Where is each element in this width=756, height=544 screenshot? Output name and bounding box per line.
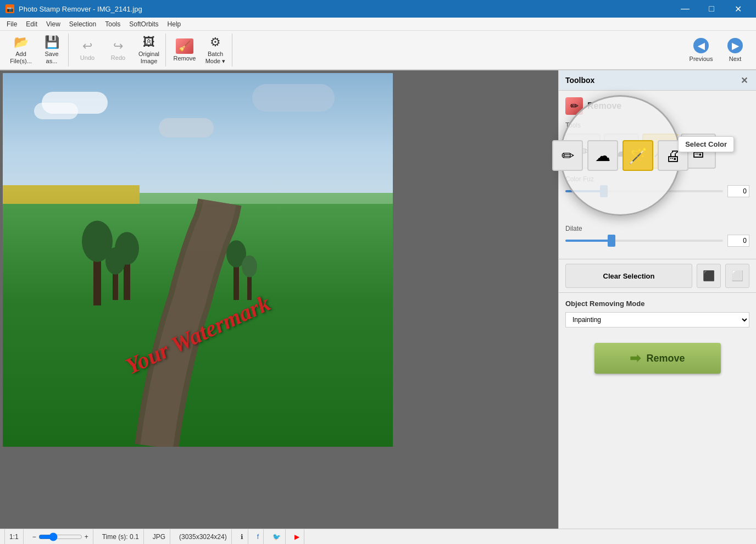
batch-mode-button[interactable]: ⚙ BatchMode ▾ bbox=[201, 35, 230, 65]
share-youtube-button[interactable]: ▶ bbox=[290, 529, 304, 544]
redo-button[interactable]: ↪ Redo bbox=[104, 35, 132, 65]
original-image-button[interactable]: 🖼 OriginalImage bbox=[135, 35, 163, 65]
next-label: Next bbox=[729, 55, 742, 62]
close-button[interactable]: ✕ bbox=[725, 0, 751, 18]
remove-action-area: ➡ Remove bbox=[559, 334, 756, 382]
batch-mode-icon: ⚙ bbox=[210, 35, 221, 49]
object-mode-section: Object Removing Mode Inpainting Clone St… bbox=[559, 293, 756, 334]
toolbox-panel: Toolbox ✕ ✏ Remove Tools ✏ ☁ 🪄 bbox=[558, 70, 756, 529]
clear-selection-button[interactable]: Clear Selection bbox=[565, 264, 692, 288]
add-files-icon: 📂 bbox=[14, 35, 29, 49]
magic-wand-tool-button[interactable]: 🪄 bbox=[642, 134, 677, 169]
original-image-icon: 🖼 bbox=[143, 35, 155, 49]
remove-section-title: Remove bbox=[587, 101, 621, 111]
color-fuz-row: 0 bbox=[565, 185, 749, 197]
share-facebook-button[interactable]: f bbox=[253, 529, 264, 544]
toolbar-files-group: 📂 AddFile(s)... 💾 Saveas... bbox=[4, 34, 69, 66]
next-arrow-icon: ▶ bbox=[727, 38, 743, 53]
menu-softorbits[interactable]: SoftOrbits bbox=[125, 19, 163, 29]
menu-edit[interactable]: Edit bbox=[21, 19, 42, 29]
zoom-out-icon[interactable]: − bbox=[32, 533, 36, 541]
original-image-label: OriginalImage bbox=[138, 51, 159, 65]
add-files-label: AddFile(s)... bbox=[10, 51, 32, 65]
format-value: JPG bbox=[153, 533, 165, 541]
remove-section: ✏ Remove Tools ✏ ☁ 🪄 🖨 bbox=[559, 91, 756, 259]
clear-selection-label: Clear Selection bbox=[603, 272, 655, 280]
main-area: Your Watermark Toolbox ✕ ✏ Remove Tools … bbox=[0, 70, 756, 529]
image-area[interactable]: Your Watermark bbox=[0, 70, 558, 529]
menu-file[interactable]: File bbox=[2, 19, 21, 29]
brush-tool-button[interactable]: ☁ bbox=[604, 134, 639, 169]
select-color-text: Select Color bbox=[685, 140, 727, 148]
color-fuz-section: Color Fuz 0 bbox=[565, 175, 749, 197]
format-status: JPG bbox=[148, 529, 170, 544]
color-fuz-fill bbox=[565, 190, 605, 192]
maximize-button[interactable]: □ bbox=[699, 0, 724, 18]
redo-label: Redo bbox=[111, 54, 125, 61]
select-all-button[interactable]: ⬛ bbox=[697, 264, 721, 288]
remove-button[interactable]: 🧹 Remove bbox=[170, 35, 199, 65]
remove-action-icon: ➡ bbox=[630, 351, 641, 366]
tools-label: Tools bbox=[565, 121, 749, 129]
remove-header: ✏ Remove bbox=[565, 97, 749, 115]
remove-section-icon: ✏ bbox=[565, 97, 583, 115]
menu-tools[interactable]: Tools bbox=[101, 19, 125, 29]
undo-icon: ↩ bbox=[82, 39, 92, 53]
status-bar: 1:1 − + Time (s): 0.1 JPG (3035x3024x24)… bbox=[0, 529, 756, 544]
toolbox-close-button[interactable]: ✕ bbox=[738, 75, 749, 86]
save-as-label: Saveas... bbox=[45, 51, 58, 65]
share-twitter-button[interactable]: 🐦 bbox=[268, 529, 286, 544]
remove-icon: 🧹 bbox=[176, 38, 193, 54]
minimize-button[interactable]: — bbox=[672, 0, 698, 18]
svg-rect-6 bbox=[234, 262, 239, 300]
dilate-thumb[interactable] bbox=[608, 235, 615, 247]
dilate-value[interactable]: 0 bbox=[727, 235, 749, 247]
toolbox-title: Toolbox bbox=[565, 76, 594, 85]
title-bar: 📷 Photo Stamp Remover - IMG_2141.jpg — □… bbox=[0, 0, 756, 18]
zoom-slider[interactable] bbox=[38, 532, 82, 541]
pencil-tool-button[interactable]: ✏ bbox=[565, 134, 601, 169]
toolbar-remove-group: 🧹 Remove ⚙ BatchMode ▾ bbox=[168, 34, 232, 66]
time-label: Time (s): bbox=[102, 533, 128, 541]
object-removing-mode-dropdown[interactable]: Inpainting Clone Stamp Content Aware bbox=[565, 312, 749, 327]
remove-action-button[interactable]: ➡ Remove bbox=[594, 343, 721, 374]
nav-area: ◀ Previous ▶ Next bbox=[685, 34, 752, 66]
color-fuz-label: Color Fuz bbox=[565, 175, 749, 183]
dimensions-value: (3035x3024x24) bbox=[179, 533, 227, 541]
zoom-value: 1:1 bbox=[9, 533, 19, 541]
dimensions-status: (3035x3024x24) bbox=[175, 529, 232, 544]
time-value: 0.1 bbox=[130, 533, 139, 541]
remove-label: Remove bbox=[174, 55, 196, 62]
clear-section: Clear Selection ⬛ ⬜ bbox=[559, 259, 756, 293]
info-button[interactable]: ℹ bbox=[236, 529, 248, 544]
color-fuz-thumb[interactable] bbox=[600, 185, 608, 197]
dilate-label: Dilate bbox=[565, 225, 749, 232]
previous-button[interactable]: ◀ Previous bbox=[685, 34, 718, 66]
color-fuz-value[interactable]: 0 bbox=[727, 185, 749, 197]
menu-selection[interactable]: Selection bbox=[65, 19, 101, 29]
deselect-button[interactable]: ⬜ bbox=[725, 264, 749, 288]
dilate-section: Dilate 0 bbox=[565, 225, 749, 247]
menu-bar: File Edit View Selection Tools SoftOrbit… bbox=[0, 18, 756, 31]
toolbox-header: Toolbox ✕ bbox=[559, 70, 756, 91]
next-button[interactable]: ▶ Next bbox=[719, 34, 752, 66]
redo-icon: ↪ bbox=[113, 39, 123, 53]
object-removing-mode-label: Object Removing Mode bbox=[565, 299, 749, 308]
zoom-in-icon[interactable]: + bbox=[85, 533, 88, 541]
remove-action-label: Remove bbox=[646, 353, 685, 364]
undo-button[interactable]: ↩ Undo bbox=[73, 35, 102, 65]
previous-arrow-icon: ◀ bbox=[693, 38, 709, 53]
batch-mode-label: BatchMode ▾ bbox=[205, 51, 226, 65]
save-as-button[interactable]: 💾 Saveas... bbox=[37, 35, 66, 65]
title-bar-controls: — □ ✕ bbox=[672, 0, 751, 18]
menu-view[interactable]: View bbox=[42, 19, 65, 29]
toolbar: 📂 AddFile(s)... 💾 Saveas... ↩ Undo ↪ Red… bbox=[0, 31, 756, 70]
dilate-track bbox=[565, 240, 723, 242]
select-color-tooltip: Select Color bbox=[678, 136, 734, 152]
zoom-status: 1:1 bbox=[4, 529, 24, 544]
color-fuz-label-text: Color Fuz bbox=[565, 175, 594, 183]
image-canvas: Your Watermark bbox=[3, 73, 393, 447]
dilate-fill bbox=[565, 240, 613, 242]
add-files-button[interactable]: 📂 AddFile(s)... bbox=[7, 35, 35, 65]
menu-help[interactable]: Help bbox=[163, 19, 186, 29]
